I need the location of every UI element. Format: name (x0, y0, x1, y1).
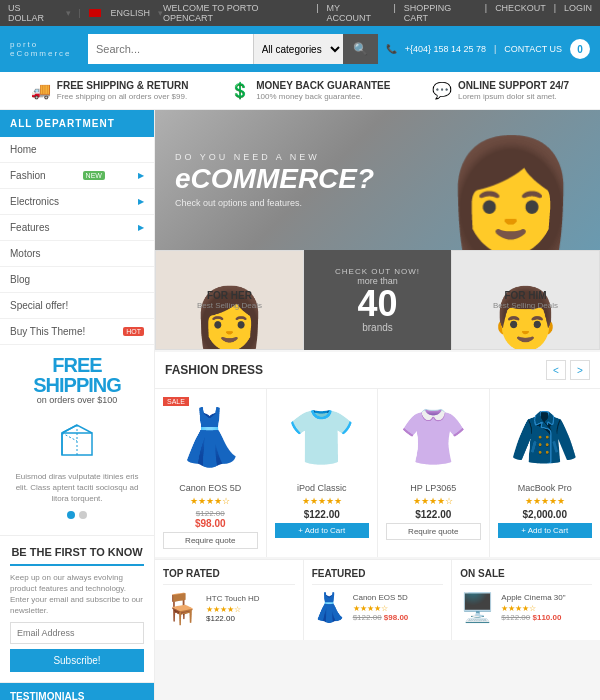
sidebar-item-special[interactable]: Special offer! (0, 293, 154, 319)
language-selector[interactable]: ENGLISH (111, 8, 151, 18)
svg-rect-0 (62, 433, 92, 455)
product-price-4: $2,000.00 (498, 509, 593, 520)
sidebar-item-buy-theme[interactable]: Buy This Theme!HOT (0, 319, 154, 345)
arrow-right-icon: ▶ (138, 223, 144, 232)
shopping-cart-link[interactable]: SHOPPING CART (404, 3, 477, 23)
fashion-section-title: FASHION DRESS (165, 363, 263, 377)
on-sale-stars: ★★★★☆ (501, 604, 565, 613)
svg-line-3 (62, 433, 77, 441)
sidebar-menu: Home FashionNEW▶ Electronics▶ Features▶ … (0, 137, 154, 345)
product-price-2: $122.00 (275, 509, 370, 520)
contact-link[interactable]: CONTACT US (504, 44, 562, 54)
phone-number: +{404} 158 14 25 78 (405, 44, 486, 54)
content-area: DO YOU NEED A NEW eCOMMERCE? Check out o… (155, 110, 600, 700)
product-name-4: MacBook Pro (498, 483, 593, 493)
hero-title: eCOMMERCE? (175, 164, 374, 195)
dot-active[interactable] (67, 511, 75, 519)
product-price-new-1: $98.00 (163, 518, 258, 529)
newsletter-widget: BE THE FIRST TO KNOW Keep up on our alwa… (0, 536, 154, 684)
sale-badge-1: SALE (163, 397, 189, 406)
free-shipping-widget: FREE SHIPPING on orders over $100 Euismo… (0, 345, 154, 536)
on-sale-product-icon: 🖥️ (460, 591, 495, 624)
promo-her-label: FOR HER (197, 290, 262, 301)
email-field[interactable] (10, 622, 144, 644)
category-select[interactable]: All categories (253, 34, 343, 64)
product-grid: SALE 👗 Canon EOS 5D ★★★★☆ $122.00 $98.00… (155, 389, 600, 557)
product-price-3: $122.00 (386, 509, 481, 520)
hero-text: DO YOU NEED A NEW eCOMMERCE? Check out o… (175, 152, 374, 209)
header: porto eCommerce All categories 🔍 📞 +{404… (0, 26, 600, 72)
prev-button[interactable]: < (546, 360, 566, 380)
sidebar-dept-title: ALL DEPARTMENT (0, 110, 154, 137)
featured-info: Canon EOS 5D ★★★★☆ $122.00 $98.00 (353, 593, 409, 622)
support-info: 💬 ONLINE SUPPORT 24/7 Lorem ipsum dolor … (432, 80, 569, 101)
featured-name: Canon EOS 5D (353, 593, 409, 602)
dot-inactive[interactable] (79, 511, 87, 519)
product-card-4: 🧥 MacBook Pro ★★★★★ $2,000.00 + Add to C… (490, 389, 601, 557)
sidebar-item-fashion[interactable]: FashionNEW▶ (0, 163, 154, 189)
search-input[interactable] (88, 34, 253, 64)
free-ship-sub: on orders over $100 (10, 395, 144, 405)
on-sale-info: Apple Cinema 30" ★★★★☆ $122.00 $110.00 (501, 593, 565, 622)
add-to-cart-btn-2[interactable]: + Add to Cart (275, 523, 370, 538)
on-sale-col: ON SALE 🖥️ Apple Cinema 30" ★★★★☆ $122.0… (452, 560, 600, 640)
section-nav: < > (546, 360, 590, 380)
top-rated-name: HTC Touch HD (206, 594, 260, 603)
brands-number: 40 (357, 286, 397, 322)
top-rated-title: TOP RATED (163, 568, 295, 585)
support-title: ONLINE SUPPORT 24/7 (458, 80, 569, 91)
login-link[interactable]: LOGIN (564, 3, 592, 23)
promo-her-sublabel: Best Selling Deals (197, 301, 262, 310)
hero-desc: Check out options and features. (175, 198, 374, 208)
my-account-link[interactable]: MY ACCOUNT (327, 3, 386, 23)
product-person-icon-2: 👕 (287, 405, 356, 470)
next-button[interactable]: > (570, 360, 590, 380)
shipping-info: 🚚 FREE SHIPPING & RETURN Free shipping o… (31, 80, 189, 101)
bottom-section: TOP RATED 🪑 HTC Touch HD ★★★★☆ $122.00 F… (155, 559, 600, 640)
sidebar-item-blog[interactable]: Blog (0, 267, 154, 293)
hero-subtitle: DO YOU NEED A NEW (175, 152, 374, 162)
promo-him-label: FOR HIM (493, 290, 558, 301)
product-image-3: 👚 (386, 397, 481, 477)
product-name-1: Canon EOS 5D (163, 483, 258, 493)
free-ship-subtitle: SHIPPING (10, 375, 144, 395)
search-button[interactable]: 🔍 (343, 34, 378, 64)
subscribe-button[interactable]: Subscribe! (10, 649, 144, 672)
testimonials-title: TESTIMONIALS (10, 691, 144, 700)
product-chair-icon: 🪑 (163, 591, 200, 626)
add-to-cart-btn-4[interactable]: + Add to Cart (498, 523, 593, 538)
promo-banners: 👩 FOR HER Best Selling Deals check out n… (155, 250, 600, 350)
require-quote-btn-1[interactable]: Require quote (163, 532, 258, 549)
support-icon: 💬 (432, 81, 452, 100)
sidebar-item-electronics[interactable]: Electronics▶ (0, 189, 154, 215)
hero-image: 👩 (420, 110, 600, 250)
sidebar-item-motors[interactable]: Motors (0, 241, 154, 267)
new-badge: NEW (83, 171, 105, 180)
testimonials-widget: TESTIMONIALS " Lorem ipsum dolor sit ame… (0, 683, 154, 700)
logo[interactable]: porto eCommerce (10, 40, 80, 58)
promo-him-banner[interactable]: 👨 FOR HIM Best Selling Deals (451, 250, 600, 350)
product-image-2: 👕 (275, 397, 370, 477)
guarantee-info: 💲 MONEY BACK GUARANTEE 100% money back g… (230, 80, 390, 101)
checkout-link[interactable]: CHECKOUT (495, 3, 546, 23)
require-quote-btn-3[interactable]: Require quote (386, 523, 481, 540)
cart-count[interactable]: 0 (570, 39, 590, 59)
phone-icon: 📞 (386, 44, 397, 54)
promo-her-banner[interactable]: 👩 FOR HER Best Selling Deals (155, 250, 304, 350)
search-bar: All categories 🔍 (88, 34, 378, 64)
sidebar-item-features[interactable]: Features▶ (0, 215, 154, 241)
product-person-icon-3: 👚 (399, 405, 468, 470)
product-person-icon-1: 👗 (176, 405, 245, 470)
product-stars-3: ★★★★☆ (386, 496, 481, 506)
info-bar: 🚚 FREE SHIPPING & RETURN Free shipping o… (0, 72, 600, 110)
top-bar-right: WELCOME TO PORTO OPENCART | MY ACCOUNT |… (163, 3, 592, 23)
top-rated-price: $122.00 (206, 614, 260, 623)
featured-title: FEATURED (312, 568, 444, 585)
top-bar-left: US DOLLAR ▾ | ENGLISH ▾ (8, 3, 163, 23)
on-sale-price-old: $122.00 (501, 613, 530, 622)
sidebar-item-home[interactable]: Home (0, 137, 154, 163)
currency-selector[interactable]: US DOLLAR (8, 3, 58, 23)
support-desc: Lorem ipsum dolor sit amet. (458, 92, 557, 101)
product-image-1: 👗 (163, 397, 258, 477)
promo-brands-banner[interactable]: check out now! more than 40 brands (304, 250, 451, 350)
